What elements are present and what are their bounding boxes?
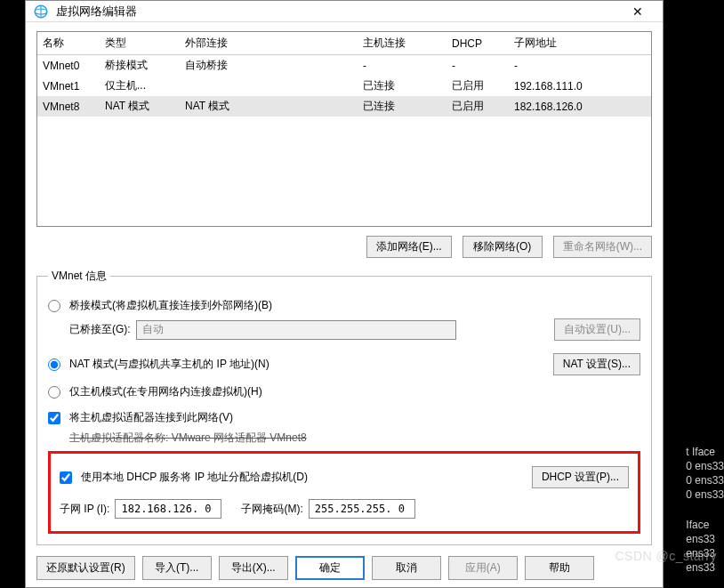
subnet-ip-input[interactable] — [115, 499, 221, 519]
col-type[interactable]: 类型 — [100, 32, 180, 55]
table-row[interactable]: VMnet0桥接模式自动桥接--- — [37, 55, 651, 77]
table-row[interactable]: VMnet8NAT 模式NAT 模式已连接已启用182.168.126.0 — [37, 96, 651, 117]
cell-host: 已连接 — [358, 96, 446, 117]
subnet-mask-label: 子网掩码(M): — [241, 502, 302, 517]
subnet-row: 子网 IP (I): 子网掩码(M): — [60, 499, 629, 519]
window-title: 虚拟网络编辑器 — [56, 4, 620, 20]
vmnet-info-group: VMnet 信息 桥接模式(将虚拟机直接连接到外部网络)(B) 已桥接至(G):… — [36, 269, 652, 545]
cell-host: 已连接 — [358, 76, 446, 96]
cell-host: - — [358, 55, 446, 77]
rename-network-button: 重命名网络(W)... — [553, 236, 652, 258]
nat-mode-label: NAT 模式(与虚拟机共享主机的 IP 地址)(N) — [69, 357, 269, 372]
import-button[interactable]: 导入(T)... — [142, 556, 212, 580]
cell-dhcp: 已启用 — [446, 96, 509, 117]
cell-subnet: - — [509, 55, 651, 77]
term-line: t Iface — [686, 445, 724, 459]
app-icon — [33, 4, 49, 20]
term-line: 0 ens33 — [686, 487, 724, 502]
col-host[interactable]: 主机连接 — [358, 32, 446, 55]
dialog-buttons-row: 还原默认设置(R) 导入(T)... 导出(X)... 确定 取消 应用(A) … — [36, 556, 652, 580]
nat-mode-radio[interactable] — [48, 358, 60, 371]
connect-host-label: 将主机虚拟适配器连接到此网络(V) — [69, 410, 233, 425]
term-line: 0 ens33 — [686, 473, 724, 487]
network-buttons-row: 添加网络(E)... 移除网络(O) 重命名网络(W)... — [36, 236, 652, 258]
cell-ext — [180, 76, 358, 96]
adapter-name-label: 主机虚拟适配器名称: VMware 网络适配器 VMnet8 — [69, 431, 307, 446]
export-button[interactable]: 导出(X)... — [219, 556, 288, 580]
use-dhcp-label: 使用本地 DHCP 服务将 IP 地址分配给虚拟机(D) — [81, 470, 308, 485]
bridge-mode-row: 桥接模式(将虚拟机直接连接到外部网络)(B) — [48, 298, 640, 313]
dhcp-highlight-box: 使用本地 DHCP 服务将 IP 地址分配给虚拟机(D) DHCP 设置(P).… — [48, 451, 640, 534]
col-name[interactable]: 名称 — [37, 32, 100, 55]
cell-ext: 自动桥接 — [180, 55, 358, 77]
dhcp-check-row: 使用本地 DHCP 服务将 IP 地址分配给虚拟机(D) DHCP 设置(P).… — [60, 466, 629, 488]
cell-dhcp: - — [446, 55, 509, 77]
bridge-mode-radio[interactable] — [48, 300, 60, 312]
titlebar: 虚拟网络编辑器 ✕ — [26, 1, 663, 22]
col-dhcp[interactable]: DHCP — [446, 32, 509, 55]
network-table[interactable]: 名称 类型 外部连接 主机连接 DHCP 子网地址 VMnet0桥接模式自动桥接… — [37, 32, 651, 117]
virtual-network-editor-window: 虚拟网络编辑器 ✕ 名称 类型 外部连接 主机连接 DHCP 子网地址 VMne… — [25, 0, 664, 588]
cell-type: 仅主机... — [100, 76, 180, 96]
term-line: Iface — [686, 518, 724, 532]
connect-host-row: 将主机虚拟适配器连接到此网络(V) — [48, 410, 640, 425]
cancel-button[interactable]: 取消 — [372, 556, 441, 580]
term-line: 0 ens33 — [686, 459, 724, 473]
cell-type: NAT 模式 — [100, 96, 180, 117]
close-button[interactable]: ✕ — [620, 4, 656, 19]
subnet-mask-input[interactable] — [309, 499, 415, 519]
cell-subnet: 192.168.111.0 — [509, 76, 651, 96]
nat-settings-button[interactable]: NAT 设置(S)... — [553, 353, 640, 375]
add-network-button[interactable]: 添加网络(E)... — [366, 236, 452, 258]
cell-ext: NAT 模式 — [180, 96, 358, 117]
bridge-mode-label: 桥接模式(将虚拟机直接连接到外部网络)(B) — [69, 298, 272, 313]
hostonly-mode-radio[interactable] — [48, 386, 60, 399]
cell-dhcp: 已启用 — [446, 76, 509, 96]
cell-type: 桥接模式 — [100, 55, 180, 77]
remove-network-button[interactable]: 移除网络(O) — [463, 236, 543, 258]
vmnet-info-legend: VMnet 信息 — [48, 269, 110, 284]
apply-button: 应用(A) — [448, 556, 518, 580]
cell-name: VMnet8 — [37, 96, 100, 117]
col-subnet[interactable]: 子网地址 — [509, 32, 651, 55]
hostonly-mode-row: 仅主机模式(在专用网络内连接虚拟机)(H) — [48, 384, 640, 399]
nat-mode-row: NAT 模式(与虚拟机共享主机的 IP 地址)(N) NAT 设置(S)... — [48, 353, 640, 375]
table-header-row: 名称 类型 外部连接 主机连接 DHCP 子网地址 — [37, 32, 651, 55]
restore-defaults-button[interactable]: 还原默认设置(R) — [36, 556, 135, 580]
dhcp-settings-button[interactable]: DHCP 设置(P)... — [532, 466, 629, 488]
col-ext[interactable]: 外部连接 — [180, 32, 358, 55]
bridge-to-label: 已桥接至(G): — [69, 322, 131, 337]
ok-button[interactable]: 确定 — [295, 556, 365, 580]
subnet-ip-label: 子网 IP (I): — [60, 502, 109, 517]
content-area: 名称 类型 外部连接 主机连接 DHCP 子网地址 VMnet0桥接模式自动桥接… — [26, 22, 663, 587]
connect-host-checkbox[interactable] — [48, 412, 60, 424]
cell-name: VMnet1 — [37, 76, 100, 96]
network-table-container: 名称 类型 外部连接 主机连接 DHCP 子网地址 VMnet0桥接模式自动桥接… — [36, 31, 652, 227]
cell-subnet: 182.168.126.0 — [509, 96, 651, 117]
hostonly-mode-label: 仅主机模式(在专用网络内连接虚拟机)(H) — [69, 384, 262, 399]
term-line: ens33 — [686, 532, 724, 546]
adapter-name-row: 主机虚拟适配器名称: VMware 网络适配器 VMnet8 — [69, 431, 640, 446]
auto-settings-button: 自动设置(U)... — [554, 318, 640, 341]
table-row[interactable]: VMnet1仅主机...已连接已启用192.168.111.0 — [37, 76, 651, 96]
use-dhcp-checkbox[interactable] — [60, 471, 72, 484]
cell-name: VMnet0 — [37, 55, 100, 77]
bridge-to-select — [136, 320, 456, 340]
watermark: CSDN @c_starry — [615, 549, 717, 563]
help-button[interactable]: 帮助 — [525, 556, 594, 580]
bridge-to-row: 已桥接至(G): 自动设置(U)... — [69, 318, 640, 341]
